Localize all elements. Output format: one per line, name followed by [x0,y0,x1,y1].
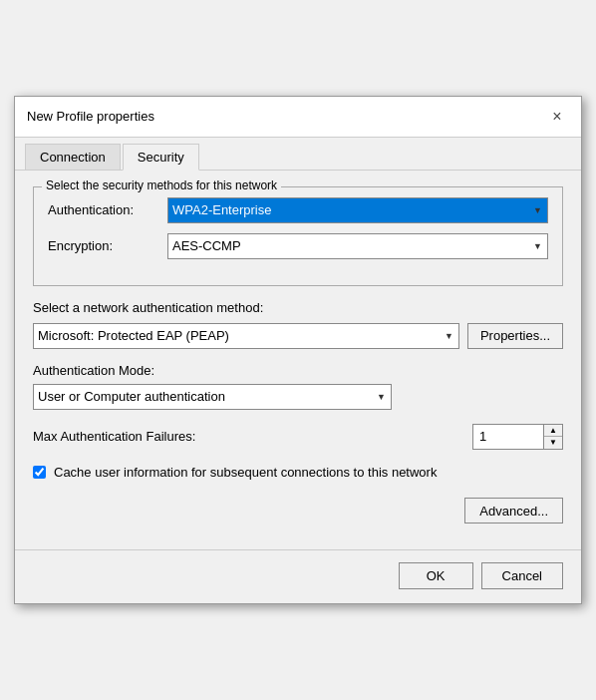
tab-connection[interactable]: Connection [25,144,121,170]
cache-checkbox-row: Cache user information for subsequent co… [33,464,563,482]
tab-bar: Connection Security [15,138,581,171]
auth-mode-label: Authentication Mode: [33,363,563,378]
cache-checkbox-label[interactable]: Cache user information for subsequent co… [54,464,437,482]
encryption-row: Encryption: AES-CCMPTKIP [48,233,548,259]
dialog-title: New Profile properties [27,109,154,124]
advanced-button[interactable]: Advanced... [464,498,563,524]
spinner-up-button[interactable]: ▲ [544,425,562,437]
max-auth-input[interactable] [473,425,543,449]
auth-mode-dropdown-wrapper: User or Computer authenticationComputer … [33,384,392,410]
authentication-select[interactable]: WPA2-EnterpriseWPA-EnterpriseWPA2-Person… [167,197,548,223]
network-auth-dropdown-wrapper: Microsoft: Protected EAP (PEAP)Microsoft… [33,323,459,349]
security-methods-group: Select the security methods for this net… [33,186,563,286]
auth-mode-select[interactable]: User or Computer authenticationComputer … [33,384,392,410]
tab-security[interactable]: Security [123,144,199,171]
enc-label: Encryption: [48,238,167,253]
spinner-buttons: ▲ ▼ [543,425,562,449]
spinner-down-button[interactable]: ▼ [544,437,562,449]
max-auth-spinner: ▲ ▼ [472,424,563,450]
auth-mode-select-wrapper: User or Computer authenticationComputer … [33,384,392,410]
group-title: Select the security methods for this net… [42,178,281,192]
network-auth-row: Microsoft: Protected EAP (PEAP)Microsoft… [33,323,563,349]
dialog: New Profile properties × Connection Secu… [14,96,582,604]
cancel-button[interactable]: Cancel [481,562,563,589]
auth-dropdown-wrapper: WPA2-EnterpriseWPA-EnterpriseWPA2-Person… [167,197,548,223]
auth-label: Authentication: [48,202,167,217]
enc-dropdown-wrapper: AES-CCMPTKIP [167,233,548,259]
authentication-row: Authentication: WPA2-EnterpriseWPA-Enter… [48,197,548,223]
network-auth-section-label: Select a network authentication method: [33,300,563,315]
enc-select-wrapper: AES-CCMPTKIP [167,233,548,259]
close-button[interactable]: × [545,105,569,129]
content-area: Select the security methods for this net… [15,171,581,549]
title-bar: New Profile properties × [15,97,581,138]
advanced-row: Advanced... [33,498,563,524]
max-auth-row: Max Authentication Failures: ▲ ▼ [33,424,563,450]
properties-button[interactable]: Properties... [467,323,563,349]
cache-checkbox[interactable] [33,466,46,479]
network-auth-select[interactable]: Microsoft: Protected EAP (PEAP)Microsoft… [33,323,459,349]
dialog-footer: OK Cancel [15,549,581,603]
encryption-select[interactable]: AES-CCMPTKIP [167,233,548,259]
max-auth-label: Max Authentication Failures: [33,429,472,444]
auth-select-wrapper: WPA2-EnterpriseWPA-EnterpriseWPA2-Person… [167,197,548,223]
ok-button[interactable]: OK [399,562,473,589]
network-auth-select-wrapper: Microsoft: Protected EAP (PEAP)Microsoft… [33,323,459,349]
